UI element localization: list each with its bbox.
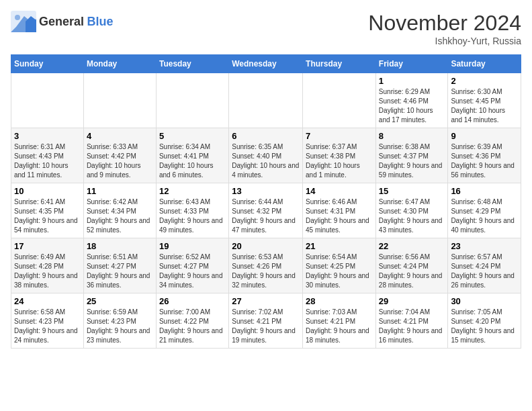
calendar-day-cell: 6Sunrise: 6:35 AM Sunset: 4:40 PM Daylig… (229, 128, 303, 183)
calendar-day-cell (229, 73, 303, 128)
day-number: 8 (379, 131, 445, 141)
day-number: 21 (306, 241, 373, 251)
calendar-day-cell: 27Sunrise: 7:02 AM Sunset: 4:21 PM Dayli… (229, 293, 303, 349)
day-info: Sunrise: 6:48 AM Sunset: 4:29 PM Dayligh… (451, 197, 518, 235)
day-number: 19 (159, 241, 226, 251)
day-of-week-header: Sunday (11, 55, 84, 73)
calendar-day-cell: 5Sunrise: 6:34 AM Sunset: 4:41 PM Daylig… (156, 128, 228, 183)
day-number: 11 (87, 186, 153, 196)
day-number: 20 (232, 241, 300, 251)
calendar-week-row: 24Sunrise: 6:58 AM Sunset: 4:23 PM Dayli… (11, 293, 521, 349)
calendar-day-cell: 29Sunrise: 7:04 AM Sunset: 4:21 PM Dayli… (375, 293, 448, 349)
calendar-day-cell: 1Sunrise: 6:29 AM Sunset: 4:46 PM Daylig… (375, 73, 448, 128)
calendar-day-cell: 9Sunrise: 6:39 AM Sunset: 4:36 PM Daylig… (448, 128, 521, 183)
calendar-day-cell: 7Sunrise: 6:37 AM Sunset: 4:38 PM Daylig… (303, 128, 376, 183)
calendar-day-cell: 17Sunrise: 6:49 AM Sunset: 4:28 PM Dayli… (11, 238, 84, 293)
day-info: Sunrise: 6:46 AM Sunset: 4:31 PM Dayligh… (306, 197, 373, 235)
day-info: Sunrise: 7:02 AM Sunset: 4:21 PM Dayligh… (232, 308, 300, 345)
calendar-day-cell: 24Sunrise: 6:58 AM Sunset: 4:23 PM Dayli… (11, 293, 84, 349)
day-number: 12 (159, 186, 226, 196)
day-number: 2 (451, 76, 518, 86)
day-info: Sunrise: 6:59 AM Sunset: 4:23 PM Dayligh… (87, 308, 153, 345)
day-info: Sunrise: 6:33 AM Sunset: 4:42 PM Dayligh… (87, 142, 153, 180)
day-number: 5 (159, 131, 226, 141)
calendar-day-cell: 15Sunrise: 6:47 AM Sunset: 4:30 PM Dayli… (375, 183, 448, 238)
calendar-day-cell: 12Sunrise: 6:43 AM Sunset: 4:33 PM Dayli… (156, 183, 228, 238)
day-info: Sunrise: 6:52 AM Sunset: 4:27 PM Dayligh… (159, 253, 226, 290)
day-info: Sunrise: 6:44 AM Sunset: 4:32 PM Dayligh… (232, 197, 300, 235)
day-number: 1 (379, 76, 445, 86)
day-number: 15 (379, 186, 445, 196)
calendar-day-cell: 21Sunrise: 6:54 AM Sunset: 4:25 PM Dayli… (303, 238, 376, 293)
day-number: 22 (379, 241, 445, 251)
logo-icon (11, 11, 36, 32)
calendar-day-cell: 20Sunrise: 6:53 AM Sunset: 4:26 PM Dayli… (229, 238, 303, 293)
day-info: Sunrise: 6:38 AM Sunset: 4:37 PM Dayligh… (379, 142, 445, 180)
day-info: Sunrise: 6:54 AM Sunset: 4:25 PM Dayligh… (306, 253, 373, 290)
day-of-week-header: Monday (83, 55, 156, 73)
calendar-day-cell: 3Sunrise: 6:31 AM Sunset: 4:43 PM Daylig… (11, 128, 84, 183)
day-info: Sunrise: 7:03 AM Sunset: 4:21 PM Dayligh… (306, 308, 373, 345)
calendar-day-cell: 2Sunrise: 6:30 AM Sunset: 4:45 PM Daylig… (448, 73, 521, 128)
calendar-day-cell: 16Sunrise: 6:48 AM Sunset: 4:29 PM Dayli… (448, 183, 521, 238)
logo: General Blue (11, 11, 114, 32)
day-number: 13 (232, 186, 300, 196)
calendar-header: SundayMondayTuesdayWednesdayThursdayFrid… (11, 55, 521, 73)
day-of-week-header: Tuesday (156, 55, 228, 73)
calendar-day-cell: 10Sunrise: 6:41 AM Sunset: 4:35 PM Dayli… (11, 183, 84, 238)
day-number: 10 (14, 186, 81, 196)
day-info: Sunrise: 6:39 AM Sunset: 4:36 PM Dayligh… (451, 142, 518, 180)
calendar-day-cell: 4Sunrise: 6:33 AM Sunset: 4:42 PM Daylig… (83, 128, 156, 183)
day-of-week-header: Friday (375, 55, 448, 73)
day-info: Sunrise: 6:41 AM Sunset: 4:35 PM Dayligh… (14, 197, 81, 235)
day-number: 18 (87, 241, 153, 251)
calendar-day-cell (156, 73, 228, 128)
day-number: 14 (306, 186, 373, 196)
day-number: 24 (14, 296, 81, 306)
calendar-day-cell: 28Sunrise: 7:03 AM Sunset: 4:21 PM Dayli… (303, 293, 376, 349)
day-number: 6 (232, 131, 300, 141)
day-number: 25 (87, 296, 153, 306)
logo-blue-text: Blue (87, 15, 114, 28)
day-number: 9 (451, 131, 518, 141)
calendar-week-row: 3Sunrise: 6:31 AM Sunset: 4:43 PM Daylig… (11, 128, 521, 183)
title-block: November 2024 Ishkhoy-Yurt, Russia (368, 11, 521, 46)
day-of-week-header: Thursday (303, 55, 376, 73)
calendar-body: 1Sunrise: 6:29 AM Sunset: 4:46 PM Daylig… (11, 73, 521, 349)
day-number: 16 (451, 186, 518, 196)
day-info: Sunrise: 6:47 AM Sunset: 4:30 PM Dayligh… (379, 197, 445, 235)
day-info: Sunrise: 6:57 AM Sunset: 4:24 PM Dayligh… (451, 253, 518, 290)
svg-point-3 (15, 15, 20, 20)
calendar-day-cell: 8Sunrise: 6:38 AM Sunset: 4:37 PM Daylig… (375, 128, 448, 183)
day-info: Sunrise: 6:37 AM Sunset: 4:38 PM Dayligh… (306, 142, 373, 180)
day-info: Sunrise: 6:51 AM Sunset: 4:27 PM Dayligh… (87, 253, 153, 290)
page-header: General Blue November 2024 Ishkhoy-Yurt,… (11, 11, 521, 46)
day-info: Sunrise: 6:49 AM Sunset: 4:28 PM Dayligh… (14, 253, 81, 290)
day-info: Sunrise: 7:00 AM Sunset: 4:22 PM Dayligh… (159, 308, 226, 345)
calendar-day-cell (11, 73, 84, 128)
day-number: 29 (379, 296, 445, 306)
calendar-day-cell: 18Sunrise: 6:51 AM Sunset: 4:27 PM Dayli… (83, 238, 156, 293)
day-number: 28 (306, 296, 373, 306)
day-number: 30 (451, 296, 518, 306)
month-title: November 2024 (368, 11, 521, 36)
location-subtitle: Ishkhoy-Yurt, Russia (368, 36, 521, 46)
day-info: Sunrise: 6:34 AM Sunset: 4:41 PM Dayligh… (159, 142, 226, 180)
logo-general-text: General (39, 15, 84, 28)
calendar-day-cell: 30Sunrise: 7:05 AM Sunset: 4:20 PM Dayli… (448, 293, 521, 349)
day-number: 17 (14, 241, 81, 251)
day-of-week-header: Saturday (448, 55, 521, 73)
day-number: 26 (159, 296, 226, 306)
day-number: 23 (451, 241, 518, 251)
day-info: Sunrise: 7:04 AM Sunset: 4:21 PM Dayligh… (379, 308, 445, 345)
calendar-day-cell: 26Sunrise: 7:00 AM Sunset: 4:22 PM Dayli… (156, 293, 228, 349)
day-info: Sunrise: 6:42 AM Sunset: 4:34 PM Dayligh… (87, 197, 153, 235)
day-number: 4 (87, 131, 153, 141)
calendar-day-cell: 13Sunrise: 6:44 AM Sunset: 4:32 PM Dayli… (229, 183, 303, 238)
calendar-day-cell: 23Sunrise: 6:57 AM Sunset: 4:24 PM Dayli… (448, 238, 521, 293)
calendar-day-cell: 22Sunrise: 6:56 AM Sunset: 4:24 PM Dayli… (375, 238, 448, 293)
calendar-week-row: 17Sunrise: 6:49 AM Sunset: 4:28 PM Dayli… (11, 238, 521, 293)
day-info: Sunrise: 6:53 AM Sunset: 4:26 PM Dayligh… (232, 253, 300, 290)
day-info: Sunrise: 6:35 AM Sunset: 4:40 PM Dayligh… (232, 142, 300, 180)
day-info: Sunrise: 6:56 AM Sunset: 4:24 PM Dayligh… (379, 253, 445, 290)
